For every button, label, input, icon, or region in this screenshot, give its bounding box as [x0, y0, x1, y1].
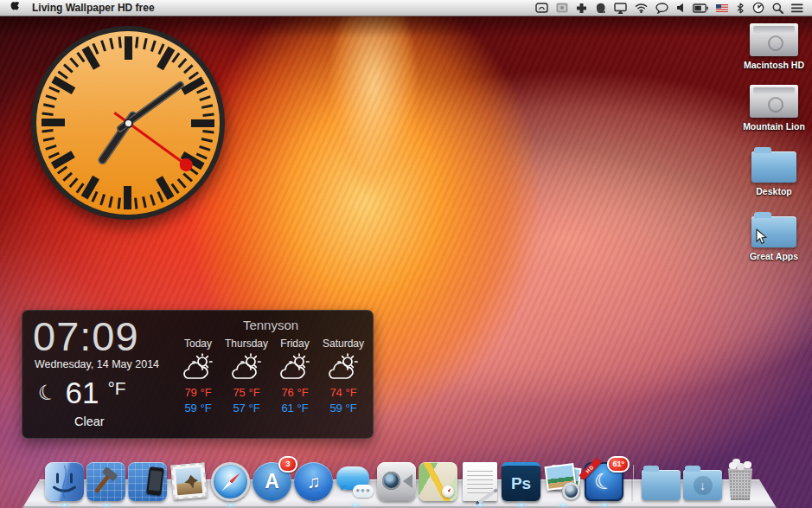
wifi-icon[interactable]	[635, 2, 648, 15]
hard-drive-icon	[750, 23, 798, 56]
wallpaper-frame-icon[interactable]	[535, 2, 548, 15]
desktop-icon-desktop-folder[interactable]: Desktop	[751, 146, 796, 196]
forecast-low-temp: 61 °F	[281, 402, 308, 415]
forecast-low-temp: 59 °F	[329, 402, 356, 415]
temperature-unit: °F	[107, 378, 125, 399]
folder-icon	[642, 470, 681, 500]
forecast-low-temp: 59 °F	[184, 402, 211, 415]
dock-item-finder[interactable]	[45, 462, 84, 501]
forecast-high-temp: 76 °F	[281, 386, 308, 399]
bluetooth-icon[interactable]	[736, 2, 745, 15]
dock-item-mail[interactable]	[169, 462, 208, 501]
folder-icon	[751, 151, 796, 183]
desktop: Living Wallpaper HD free	[0, 0, 812, 508]
active-app-menu-title[interactable]: Living Wallpaper HD free	[32, 2, 155, 14]
dock-item-ios-simulator[interactable]	[128, 462, 167, 501]
dock-item-facetime[interactable]	[377, 462, 416, 501]
menu-bar: Living Wallpaper HD free	[0, 0, 812, 16]
volume-icon[interactable]	[676, 2, 685, 15]
screen-capture-icon[interactable]	[556, 2, 568, 15]
iphone-glyph	[146, 466, 164, 496]
partly-cloudy-icon	[277, 352, 313, 384]
weather-forecast-panel: Tennyson Today 79 °F 59 °F Thursday 75 °…	[169, 311, 373, 438]
textedit-paper-icon	[463, 462, 497, 501]
clock-center-cap	[124, 119, 133, 128]
forecast-column: Thursday 75 °F 57 °F	[222, 338, 271, 415]
weather-current-panel: 07:09 Wednesday, 14 May 2014 ☾ 61 °F Cle…	[22, 311, 169, 438]
mouse-cursor	[756, 228, 767, 248]
desktop-icon-label: Great Apps	[750, 251, 798, 261]
desktop-icon-mountain-lion[interactable]: Mountain Lion	[743, 85, 805, 132]
date-text: Wednesday, 14 May 2014	[35, 358, 169, 370]
dock-item-living-wallpaper-hd[interactable]: ☾ HD 61°	[585, 462, 623, 501]
forecast-day-label: Today	[184, 338, 212, 350]
maps-icon	[419, 462, 457, 501]
temperature-badge: 61°	[607, 456, 630, 473]
chat-bubble-icon[interactable]	[655, 2, 668, 15]
finder-icon	[45, 462, 84, 501]
dock-item-safari[interactable]	[211, 462, 250, 501]
evernote-icon[interactable]	[595, 2, 606, 15]
location-label: Tennyson	[169, 318, 373, 332]
ios-simulator-icon	[128, 462, 167, 501]
forecast-day-label: Saturday	[323, 338, 364, 350]
iphoto-icon	[543, 462, 582, 501]
mail-stamp-icon	[169, 462, 208, 501]
desktop-icon-label: Macintosh HD	[744, 60, 804, 70]
dock-item-maps[interactable]	[419, 462, 457, 501]
partly-cloudy-icon	[325, 352, 361, 384]
plus-icon[interactable]	[576, 2, 587, 15]
partly-cloudy-icon	[180, 352, 216, 384]
moon-crescent-icon: ☾	[35, 378, 60, 407]
condition-text: Clear	[74, 415, 169, 428]
safari-compass-icon	[211, 462, 250, 501]
trash-basket-icon	[726, 467, 754, 500]
forecast-low-temp: 57 °F	[233, 402, 259, 415]
forecast-high-temp: 74 °F	[329, 386, 356, 399]
dock-item-photoshop[interactable]: Ps	[502, 462, 540, 501]
forecast-column: Today 79 °F 59 °F	[174, 338, 222, 415]
forecast-high-temp: 79 °F	[184, 386, 211, 399]
battery-icon[interactable]	[693, 2, 708, 15]
dock-item-folder[interactable]	[642, 466, 681, 501]
forecast-high-temp: 75 °F	[233, 386, 259, 399]
messages-bubbles-icon: ●●●	[336, 462, 374, 501]
digital-time: 07:09	[33, 316, 169, 357]
partly-cloudy-icon	[228, 352, 265, 384]
forecast-day-label: Friday	[280, 338, 309, 350]
analog-clock-icon[interactable]	[752, 2, 764, 15]
dock-item-textedit[interactable]	[460, 462, 499, 501]
forecast-column: Friday 76 °F 61 °F	[271, 338, 319, 415]
forecast-column: Saturday 74 °F 59 °F	[319, 338, 368, 415]
dock-item-app-store[interactable]: A 3	[253, 462, 291, 501]
dock-item-messages[interactable]: ●●●	[336, 462, 374, 501]
input-source-us-flag-icon[interactable]	[716, 2, 728, 15]
apple-logo-icon[interactable]	[10, 2, 22, 15]
trash-paper-glyph	[729, 462, 751, 471]
downloads-folder-icon: ↓	[683, 470, 722, 500]
desktop-icon-macintosh-hd[interactable]: Macintosh HD	[744, 23, 804, 70]
dock: A 3 ♫ ●●● Ps	[45, 462, 756, 501]
desktop-icon-label: Desktop	[756, 186, 791, 196]
dock-item-itunes[interactable]: ♫	[294, 462, 333, 501]
photoshop-icon: Ps	[502, 462, 540, 501]
spotlight-search-icon[interactable]	[772, 2, 783, 15]
hard-drive-icon	[750, 85, 798, 118]
facetime-camera-icon	[377, 462, 416, 501]
app-store-badge: 3	[278, 456, 297, 473]
compass-glyph	[442, 485, 454, 498]
airplay-display-icon[interactable]	[614, 2, 627, 15]
dock-item-xcode[interactable]	[86, 462, 125, 501]
dock-item-downloads[interactable]: ↓	[683, 466, 722, 501]
weather-widget[interactable]: 07:09 Wednesday, 14 May 2014 ☾ 61 °F Cle…	[22, 310, 374, 439]
dock-item-iphoto[interactable]	[543, 462, 582, 501]
current-temperature: 61	[66, 376, 99, 410]
download-arrow-glyph: ↓	[694, 476, 713, 495]
notification-center-icon[interactable]	[791, 2, 803, 15]
dock-separator	[631, 465, 634, 501]
analog-clock-widget[interactable]	[31, 26, 225, 220]
camera-lens-glyph	[562, 482, 580, 500]
desktop-icon-label: Mountain Lion	[743, 121, 805, 132]
forecast-day-label: Thursday	[225, 338, 268, 350]
dock-item-trash[interactable]	[725, 463, 756, 501]
